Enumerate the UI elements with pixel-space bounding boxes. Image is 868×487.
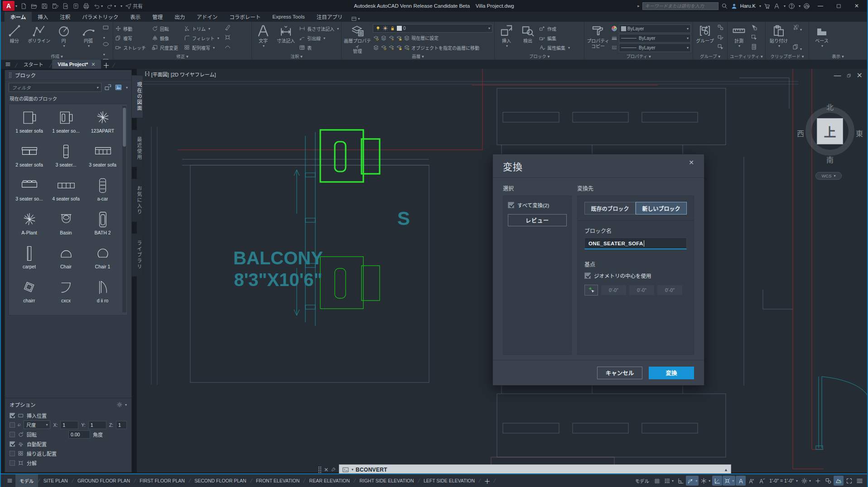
- close-tab-icon[interactable]: ✕: [91, 62, 95, 67]
- block-item[interactable]: a-car: [84, 175, 121, 209]
- viewcube-top-face[interactable]: 上: [817, 118, 843, 144]
- existing-block-button[interactable]: 既存のブロック: [584, 202, 636, 215]
- convert-all-row[interactable]: すべて変換(2): [508, 201, 567, 209]
- fillet-button[interactable]: フィレット▾: [184, 33, 219, 43]
- group-edit-button[interactable]: [717, 34, 724, 43]
- linear-dimension-button[interactable]: 長さ寸法記入▾: [299, 24, 339, 33]
- command-customize-button[interactable]: [331, 466, 337, 473]
- autocad-logo[interactable]: A: [3, 1, 14, 11]
- snap-mode-toggle[interactable]: ▾: [662, 476, 675, 486]
- rotate-button[interactable]: 回転: [152, 24, 178, 33]
- layout-tab-6[interactable]: REAR ELEVATION: [305, 474, 354, 487]
- set-current-layer-button[interactable]: 現在層に設定: [373, 33, 492, 43]
- ribbon-tab-8[interactable]: コラボレート: [223, 12, 266, 22]
- option-insertion-point[interactable]: 挿入位置: [10, 411, 127, 420]
- filter-input[interactable]: フィルタ▾: [9, 83, 101, 92]
- block-item[interactable]: 3 seater sofa: [84, 141, 121, 175]
- ribbon-tab-10[interactable]: 注目アプリ: [311, 12, 349, 22]
- block-item[interactable]: 2 seater sofa: [11, 141, 48, 175]
- cancel-button[interactable]: キャンセル: [597, 367, 642, 379]
- group-select-button[interactable]: [717, 43, 724, 52]
- scale-button[interactable]: 尺度変更: [152, 43, 178, 52]
- ribbon-tab-2[interactable]: 注釈: [54, 12, 76, 22]
- panel-label-properties[interactable]: プロパティ ▾: [584, 53, 693, 59]
- filter-caret[interactable]: ▾: [96, 86, 98, 90]
- isometric-drafting-toggle[interactable]: ▾: [699, 476, 712, 486]
- help-caret[interactable]: ▾: [799, 4, 800, 8]
- option-repeat-placement[interactable]: 繰り返し配置: [10, 449, 127, 458]
- help-icon[interactable]: [788, 3, 795, 10]
- block-item[interactable]: Basin: [48, 209, 84, 243]
- customization-menu[interactable]: [854, 476, 864, 486]
- calculator-button[interactable]: [751, 43, 757, 52]
- ortho-mode-toggle[interactable]: [675, 476, 685, 486]
- model-paper-toggle[interactable]: モデル: [633, 476, 652, 486]
- polar-tracking-toggle[interactable]: ▾: [686, 476, 699, 486]
- viewcube-east[interactable]: 東: [853, 128, 866, 138]
- insertion-point-checkbox[interactable]: [10, 413, 15, 418]
- export-button[interactable]: [61, 1, 70, 10]
- save-button[interactable]: [40, 1, 49, 10]
- convert-button[interactable]: 変換: [649, 367, 694, 379]
- ribbon-tab-0[interactable]: ホーム: [5, 12, 32, 22]
- panel-label-clipboard[interactable]: クリップボード ▾: [766, 53, 809, 59]
- copy-clip-button[interactable]: ▾: [792, 43, 802, 52]
- ribbon-display-toggle[interactable]: ▾: [351, 16, 360, 22]
- move-to-layer-button[interactable]: オブジェクトを指定の画層に移動: [373, 43, 492, 52]
- qat-customize-button[interactable]: ▾: [118, 1, 124, 10]
- viewport-style-control[interactable]: [2D ワイヤフレーム]: [171, 71, 216, 78]
- join-button[interactable]: [224, 43, 231, 52]
- trim-button[interactable]: トリム▾: [184, 24, 219, 33]
- account-caret[interactable]: ▾: [784, 4, 786, 8]
- line-button[interactable]: 線分: [3, 23, 26, 53]
- save-as-button[interactable]: [50, 1, 60, 10]
- panel-label-view[interactable]: 表示 ▾: [809, 53, 867, 59]
- options-settings-button[interactable]: ▾: [116, 401, 127, 408]
- block-item[interactable]: A-Plant: [11, 209, 48, 243]
- isolate-objects[interactable]: [823, 476, 833, 486]
- polyline-button[interactable]: ポリライン: [27, 23, 50, 53]
- convert-all-checkbox[interactable]: [508, 202, 514, 208]
- pick-point-button[interactable]: [584, 285, 598, 296]
- object-color-select[interactable]: ByLayer▾: [619, 24, 691, 33]
- clean-screen[interactable]: [844, 476, 854, 486]
- file-tab-villa-project[interactable]: Villa Project*✕: [52, 60, 101, 69]
- chevron-down-icon[interactable]: ▾: [15, 4, 17, 8]
- block-item[interactable]: Chair 1: [84, 243, 121, 277]
- maximize-button[interactable]: [831, 0, 846, 11]
- block-item[interactable]: 3 seater so...: [11, 175, 48, 209]
- panel-label-groups[interactable]: グループ ▾: [693, 53, 727, 59]
- block-item[interactable]: 1 seater sofa: [11, 107, 48, 141]
- viewcube-west[interactable]: 西: [794, 128, 807, 138]
- cut-button[interactable]: ▾: [792, 24, 802, 33]
- second-sofa-block[interactable]: [320, 257, 380, 309]
- layout-tab-1[interactable]: SITE PLAN: [39, 474, 72, 487]
- group-button[interactable]: グループ: [695, 23, 715, 53]
- scrollbar-track[interactable]: [122, 106, 126, 312]
- block-item[interactable]: carpet: [11, 243, 48, 277]
- dialog-title-bar[interactable]: 変換 ✕: [493, 154, 704, 178]
- block-name-input[interactable]: ONE_SEATER_SOFA: [584, 238, 687, 249]
- scale-checkbox[interactable]: [10, 422, 15, 428]
- palette-side-tab-0[interactable]: 現在の図面: [132, 75, 143, 118]
- viewport-minimize-button[interactable]: —: [834, 72, 841, 80]
- mirror-button[interactable]: 鏡像: [152, 33, 178, 43]
- base-view-button[interactable]: ベース▾: [811, 23, 833, 53]
- thumbnail-view-icon[interactable]: [115, 84, 122, 91]
- scale-z-input[interactable]: [116, 421, 127, 429]
- infocenter-collapse-icon[interactable]: ▸: [637, 4, 640, 8]
- block-item[interactable]: 4 seater sofa: [48, 175, 84, 209]
- edit-block-button[interactable]: 編集: [539, 33, 570, 43]
- panel-label-block[interactable]: ブロック ▾: [495, 53, 584, 59]
- linetype-select[interactable]: ByLayer▾: [619, 43, 691, 52]
- layout-menu-button[interactable]: [4, 478, 15, 483]
- layout-tab-3[interactable]: FIRST FLOOR PLAN: [135, 474, 189, 487]
- annotation-visibility-toggle[interactable]: [736, 476, 746, 486]
- dialog-close-button[interactable]: ✕: [689, 159, 694, 166]
- ribbon-tab-7[interactable]: アドイン: [191, 12, 223, 22]
- table-button[interactable]: 表: [299, 43, 339, 52]
- ribbon-tab-6[interactable]: 出力: [169, 12, 191, 22]
- rotation-checkbox[interactable]: [10, 432, 15, 437]
- workspace-switching[interactable]: ▾: [800, 476, 812, 486]
- erase-button[interactable]: [224, 24, 231, 33]
